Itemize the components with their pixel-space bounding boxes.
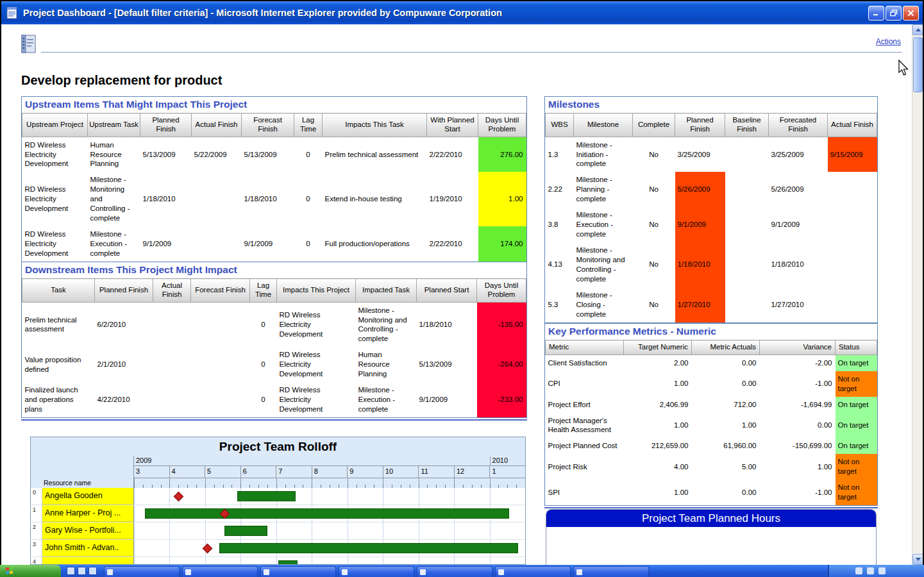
cell-forecast-finish <box>191 302 250 347</box>
taskbar-window-button[interactable] <box>260 566 336 577</box>
gantt-row-index: 1 <box>31 505 42 522</box>
cell-complete: No <box>633 172 675 207</box>
cell-variance: -1.00 <box>760 480 836 505</box>
kpm-table: Metric Target Numeric Metric Actuals Var… <box>545 340 877 505</box>
cell-lag-time: 0 <box>294 172 323 226</box>
cell-planned-finish: 3/25/2009 <box>675 137 725 172</box>
cell-days-until-problem: -233.00 <box>477 382 526 417</box>
gantt-year-row: 2009 2010 <box>134 456 525 466</box>
cell-lag-time: 0 <box>250 382 277 417</box>
tray-icon[interactable] <box>855 567 862 574</box>
start-button[interactable] <box>0 565 61 577</box>
restore-button[interactable] <box>886 6 902 21</box>
scrollbar-thumb[interactable] <box>913 37 923 92</box>
cell-upstream-task: Milestone - Monitoring and Controlling -… <box>88 172 140 226</box>
column-header: Impacts This Task <box>323 113 427 137</box>
gantt-plot-area <box>133 488 525 505</box>
gantt-row: 4 <box>31 557 525 565</box>
cell-lag-time: 0 <box>250 302 277 347</box>
cell-forecasted-finish: 5/26/2009 <box>769 172 828 207</box>
minimize-button[interactable] <box>868 6 884 21</box>
taskbar <box>0 565 924 577</box>
cell-target: 1.00 <box>624 413 692 439</box>
cell-actuals: 61,960.00 <box>692 438 760 454</box>
taskbar-window-button[interactable] <box>495 566 571 577</box>
cell-planned-finish: 9/1/2009 <box>675 207 725 242</box>
cell-actual-finish <box>828 207 877 242</box>
cell-planned-finish: 1/18/2010 <box>140 172 192 226</box>
cell-complete: No <box>633 287 675 322</box>
gantt-tick-ruler <box>134 478 525 488</box>
column-header: Forecast Finish <box>191 279 250 303</box>
cell-complete: No <box>633 242 675 287</box>
cell-baseline-finish <box>725 137 769 172</box>
close-button[interactable] <box>903 6 919 21</box>
gantt-row: 2Gary Wise - Portfoli... <box>31 523 525 540</box>
cell-milestone: Milestone - Planning - complete <box>574 172 633 207</box>
page-title: Develop replacement for product <box>21 73 222 88</box>
tray-icon[interactable] <box>867 567 874 574</box>
mouse-cursor <box>898 60 909 79</box>
gantt-rows: 0Angella Gooden1Anne Harper - Proj ...2G… <box>31 488 525 565</box>
taskbar-window-button[interactable] <box>573 566 649 577</box>
cell-planned-start: 1/18/2010 <box>417 302 477 347</box>
cell-target: 1.00 <box>624 371 692 397</box>
gantt-bar <box>219 543 518 553</box>
cell-planned-finish: 5/26/2009 <box>675 172 725 207</box>
upstream-title: Upstream Items That Might Impact This Pr… <box>22 97 526 113</box>
upstream-table: Upstream Project Upstream Task Planned F… <box>22 113 526 262</box>
cell-status: On target <box>836 355 877 371</box>
cell-planned-finish: 1/18/2010 <box>675 242 725 287</box>
cell-baseline-finish <box>725 207 769 242</box>
cell-actual-finish: 5/22/2009 <box>192 137 242 172</box>
quick-launch-icon[interactable] <box>78 567 86 575</box>
cell-planned-start: 9/1/2009 <box>417 382 477 417</box>
actions-link[interactable]: Actions <box>876 37 901 46</box>
cell-upstream-project: RD Wireless Electricity Development <box>22 172 88 226</box>
cell-days-until-problem: 276.00 <box>478 137 526 172</box>
tray-icon[interactable] <box>878 567 886 574</box>
cell-baseline-finish <box>725 242 769 287</box>
table-row: Project Risk 4.00 5.00 1.00 Not on targe… <box>546 454 877 480</box>
cell-actual-finish <box>192 226 242 262</box>
table-row: Project Effort 2,406.99 712.00 -1,694.99… <box>546 397 877 413</box>
cell-metric: Project Manager's Health Assessment <box>546 413 624 439</box>
taskbar-window-button[interactable] <box>339 566 414 577</box>
column-header: Planned Finish <box>140 113 192 137</box>
app-icon <box>185 569 191 575</box>
kpm-title: Key Performance Metrics - Numeric <box>545 324 877 340</box>
taskbar-window-button[interactable] <box>104 566 180 577</box>
vertical-scrollbar[interactable] <box>912 24 923 565</box>
milestones-table: WBS Milestone Complete Planned Finish Ba… <box>545 113 877 322</box>
column-header: Planned Finish <box>675 113 725 137</box>
cell-forecasted-finish: 1/27/2010 <box>769 287 828 322</box>
app-icon <box>576 569 582 575</box>
gantt-milestone-diamond <box>202 544 212 554</box>
cell-metric: SPI <box>546 480 624 505</box>
cell-variance: 1.00 <box>760 454 836 480</box>
scroll-up-button[interactable] <box>912 24 923 35</box>
table-row: RD Wireless Electricity Development Mile… <box>22 226 526 262</box>
quick-launch-icon[interactable] <box>67 567 75 575</box>
cell-upstream-project: RD Wireless Electricity Development <box>22 137 88 172</box>
scroll-down-button[interactable] <box>912 554 923 565</box>
cell-forecast-finish <box>191 347 250 382</box>
cell-task: Prelim technical assessment <box>22 302 95 347</box>
cell-planned-finish: 2/1/2010 <box>95 347 153 382</box>
cell-impacts-project: RD Wireless Electricity Development <box>277 347 356 382</box>
gantt-milestone-diamond <box>174 492 184 502</box>
column-header: Upstream Task <box>88 113 140 137</box>
quick-launch-icon[interactable] <box>88 567 97 575</box>
column-header: Days Until Problem <box>477 279 526 303</box>
taskbar-window-button[interactable] <box>182 566 258 577</box>
header-row: Upstream Project Upstream Task Planned F… <box>22 113 526 137</box>
taskbar-window-button[interactable] <box>417 566 492 577</box>
window-title: Project Dashboard - [Default filter crit… <box>23 8 868 18</box>
cell-impacts-task: Full production/operations <box>323 226 427 262</box>
table-row: 4.13 Milestone - Monitoring and Controll… <box>546 242 877 287</box>
cell-target: 2,406.99 <box>624 397 692 413</box>
cell-complete: No <box>633 137 675 172</box>
gantt-month-label: 1 <box>489 466 525 478</box>
cell-status: On target <box>836 413 877 439</box>
cell-metric: Project Planned Cost <box>546 438 624 454</box>
